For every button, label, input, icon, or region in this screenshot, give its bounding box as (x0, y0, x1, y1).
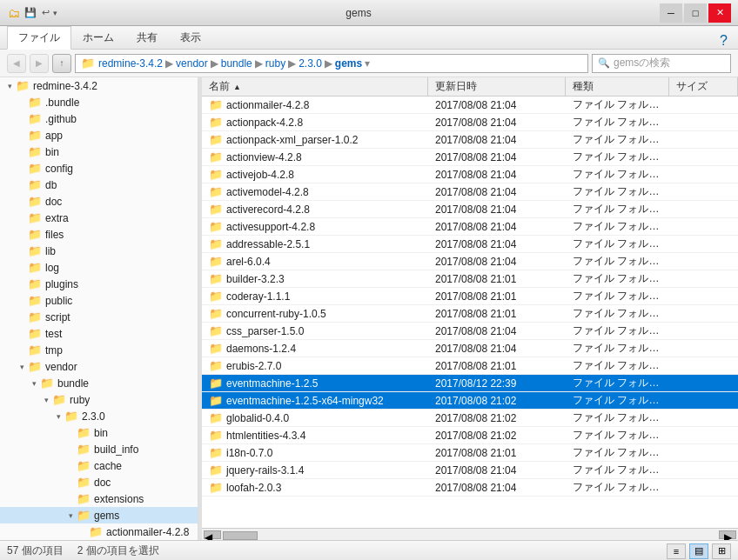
tree-item-redmine[interactable]: ▾📁redmine-3.4.2 (0, 77, 198, 94)
tree-item-script[interactable]: 📁script (0, 309, 198, 325)
tree-item-lib[interactable]: 📁lib (0, 243, 198, 259)
file-row[interactable]: 📁builder-3.2.32017/08/08 21:01ファイル フォルダー (202, 270, 738, 288)
tree-item-gems[interactable]: ▾📁gems (0, 507, 198, 523)
tree-item-doc2[interactable]: 📁doc (0, 474, 198, 490)
tree-item-vendor[interactable]: ▾📁vendor (0, 358, 198, 375)
address-path[interactable]: 📁 redmine-3.4.2 ▶ vendor ▶ bundle ▶ ruby… (75, 54, 588, 73)
tree-item-files[interactable]: 📁files (0, 226, 198, 243)
minimize-button[interactable]: ─ (660, 3, 682, 23)
file-name-text: actionview-4.2.8 (226, 151, 302, 163)
search-box[interactable]: 🔍 gemsの検索 (592, 54, 731, 73)
tree-item-ruby[interactable]: ▾📁ruby (0, 391, 198, 408)
expand-btn-ruby[interactable]: ▾ (40, 396, 52, 404)
file-row[interactable]: 📁css_parser-1.5.02017/08/08 21:04ファイル フォ… (202, 323, 738, 340)
h-scroll-thumb[interactable] (223, 531, 258, 540)
breadcrumb-item-4[interactable]: 2.3.0 (299, 57, 322, 70)
file-row[interactable]: 📁activejob-4.2.82017/08/08 21:04ファイル フォル… (202, 166, 738, 183)
tab-share[interactable]: 共有 (125, 26, 169, 49)
tree-item-extensions[interactable]: 📁extensions (0, 490, 198, 507)
list-view-button[interactable]: ▤ (689, 543, 708, 559)
file-size-cell (669, 122, 738, 123)
file-row[interactable]: 📁arel-6.0.42017/08/08 21:04ファイル フォルダー (202, 253, 738, 270)
file-row[interactable]: 📁activesupport-4.2.82017/08/08 21:04ファイル… (202, 218, 738, 236)
close-button[interactable]: ✕ (708, 3, 731, 23)
tab-view[interactable]: 表示 (169, 26, 212, 49)
col-header-date[interactable]: 更新日時 (428, 77, 566, 96)
maximize-button[interactable]: □ (684, 3, 707, 23)
h-scrollbar[interactable]: ◀ ▶ (202, 528, 738, 540)
tree-item-log[interactable]: 📁log (0, 259, 198, 276)
breadcrumb-item-2[interactable]: bundle (221, 57, 252, 70)
tree-item-bundle[interactable]: 📁.bundle (0, 94, 198, 110)
file-row[interactable]: 📁globalid-0.4.02017/08/08 21:02ファイル フォルダ… (202, 410, 738, 427)
file-type-cell: ファイル フォルダー (566, 97, 669, 113)
tree-item-bin[interactable]: 📁bin (0, 143, 198, 160)
file-row[interactable]: 📁coderay-1.1.12017/08/08 21:01ファイル フォルダー (202, 288, 738, 305)
file-row[interactable]: 📁jquery-rails-3.1.42017/08/08 21:04ファイル … (202, 462, 738, 479)
file-row[interactable]: 📁erubis-2.7.02017/08/08 21:01ファイル フォルダー (202, 357, 738, 375)
tree-item-github[interactable]: 📁.github (0, 110, 198, 127)
file-row[interactable]: 📁actionpack-4.2.82017/08/08 21:04ファイル フォ… (202, 114, 738, 131)
file-row[interactable]: 📁eventmachine-1.2.52017/08/12 22:39ファイル … (202, 375, 738, 392)
expand-btn-vendor[interactable]: ▾ (16, 363, 28, 371)
file-name-cell: 📁activemodel-4.2.8 (202, 184, 428, 199)
expand-btn-230[interactable]: ▾ (52, 412, 64, 421)
help-button[interactable]: ? (716, 33, 731, 49)
file-row[interactable]: 📁eventmachine-1.2.5-x64-mingw322017/08/0… (202, 392, 738, 410)
file-row[interactable]: 📁loofah-2.0.32017/08/08 21:04ファイル フォルダー (202, 479, 738, 497)
file-row[interactable]: 📁activerecord-4.2.82017/08/08 21:04ファイル … (202, 201, 738, 218)
tree-item-extra[interactable]: 📁extra (0, 210, 198, 226)
quick-access-save[interactable]: 💾 (24, 7, 37, 18)
folder-icon-bundle2: 📁 (40, 377, 54, 390)
back-button[interactable]: ◀ (7, 54, 26, 73)
tree-item-actionmailer[interactable]: 📁actionmailer-4.2.8 (0, 523, 198, 540)
file-row[interactable]: 📁activemodel-4.2.82017/08/08 21:04ファイル フ… (202, 183, 738, 201)
tree-item-bin2[interactable]: 📁bin (0, 424, 198, 441)
file-date-cell: 2017/08/08 21:04 (428, 255, 566, 269)
tree-item-tmp[interactable]: 📁tmp (0, 342, 198, 358)
tree-item-cache[interactable]: 📁cache (0, 457, 198, 474)
tree-item-db[interactable]: 📁db (0, 177, 198, 193)
tree-item-build_info[interactable]: 📁build_info (0, 441, 198, 457)
tab-home[interactable]: ホーム (71, 26, 125, 49)
expand-btn-bundle2[interactable]: ▾ (28, 379, 40, 388)
expand-btn-gems[interactable]: ▾ (64, 511, 77, 520)
tab-file[interactable]: ファイル (7, 26, 71, 50)
breadcrumb-item-1[interactable]: vendor (176, 57, 208, 70)
breadcrumb-dropdown[interactable]: ▾ (365, 57, 370, 70)
tree-item-doc[interactable]: 📁doc (0, 193, 198, 210)
quick-access-undo[interactable]: ↩ (42, 7, 50, 18)
breadcrumb-item-3[interactable]: ruby (265, 57, 285, 70)
col-header-name[interactable]: 名前 ▲ (202, 77, 428, 96)
tree-item-bundle2[interactable]: ▾📁bundle (0, 375, 198, 391)
tree-item-test[interactable]: 📁test (0, 325, 198, 342)
tree-item-public[interactable]: 📁public (0, 292, 198, 309)
tree-item-plugins[interactable]: 📁plugins (0, 276, 198, 292)
file-row[interactable]: 📁addressable-2.5.12017/08/08 21:04ファイル フ… (202, 236, 738, 253)
icon-view-button[interactable]: ⊞ (712, 543, 731, 559)
tree-item-app[interactable]: 📁app (0, 127, 198, 143)
col-header-size[interactable]: サイズ (669, 77, 738, 96)
file-row[interactable]: 📁actionmailer-4.2.82017/08/08 21:04ファイル … (202, 97, 738, 114)
file-row[interactable]: 📁i18n-0.7.02017/08/08 21:01ファイル フォルダー (202, 444, 738, 462)
forward-button[interactable]: ▶ (30, 54, 49, 73)
breadcrumb-item-5[interactable]: gems (335, 57, 362, 70)
col-header-type[interactable]: 種類 (566, 77, 669, 96)
file-row[interactable]: 📁htmlentities-4.3.42017/08/08 21:02ファイル … (202, 427, 738, 444)
details-view-button[interactable]: ≡ (667, 543, 686, 559)
expand-btn-redmine[interactable]: ▾ (3, 82, 16, 90)
up-button[interactable]: ↑ (52, 54, 71, 73)
file-row[interactable]: 📁daemons-1.2.42017/08/08 21:04ファイル フォルダー (202, 340, 738, 357)
breadcrumb-item-0[interactable]: redmine-3.4.2 (98, 57, 163, 70)
file-row[interactable]: 📁actionview-4.2.82017/08/08 21:04ファイル フォ… (202, 149, 738, 166)
file-row[interactable]: 📁actionpack-xml_parser-1.0.22017/08/08 2… (202, 131, 738, 149)
h-scroll-right[interactable]: ▶ (719, 530, 736, 539)
file-folder-icon: 📁 (209, 377, 223, 390)
file-row[interactable]: 📁concurrent-ruby-1.0.52017/08/08 21:01ファ… (202, 305, 738, 323)
tree-item-config[interactable]: 📁config (0, 160, 198, 177)
tree-item-230[interactable]: ▾📁2.3.0 (0, 408, 198, 424)
file-size-cell (669, 296, 738, 297)
file-date-cell: 2017/08/08 21:01 (428, 446, 566, 460)
h-scroll-left[interactable]: ◀ (204, 530, 221, 539)
view-controls: ≡ ▤ ⊞ (667, 543, 731, 559)
